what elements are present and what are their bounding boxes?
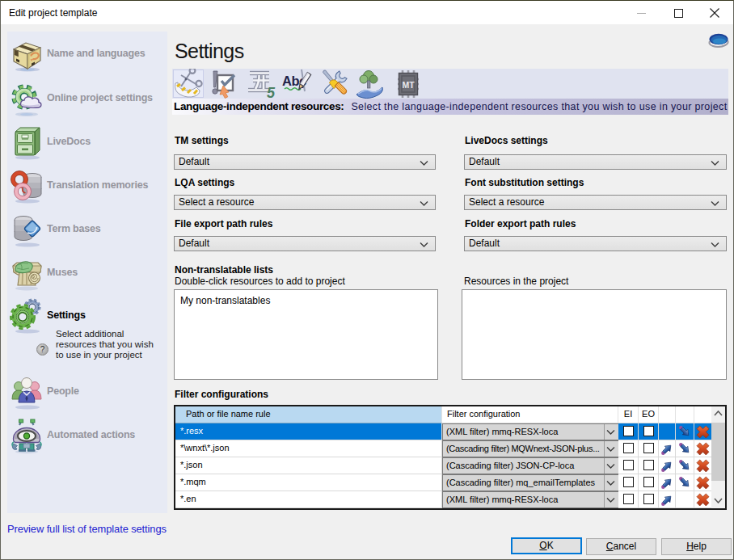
svg-text:5: 5 [267,85,276,99]
svg-text:MT: MT [403,80,416,90]
